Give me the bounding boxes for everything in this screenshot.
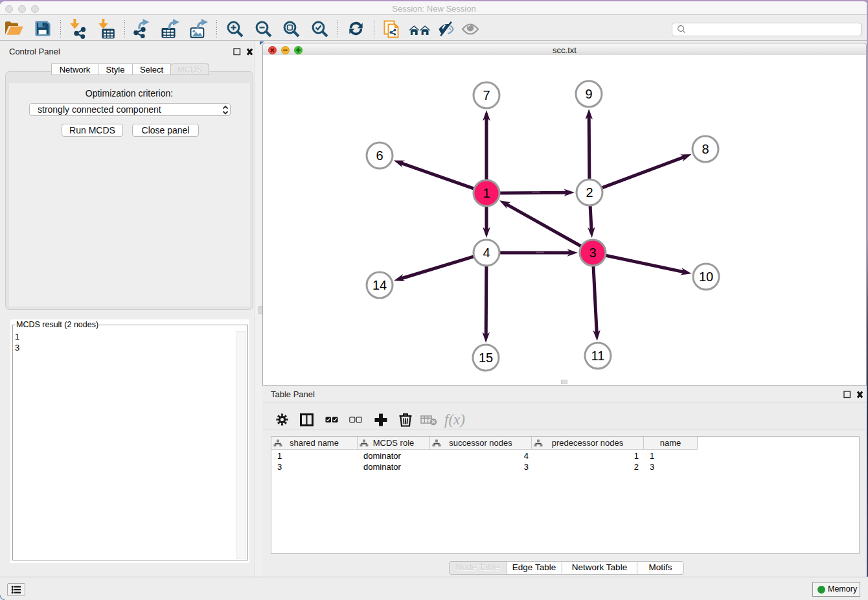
svg-text:6: 6	[376, 148, 383, 163]
svg-text:1: 1	[483, 186, 490, 200]
svg-text:7: 7	[483, 88, 490, 102]
svg-text:15: 15	[479, 351, 493, 365]
svg-text:3: 3	[589, 246, 596, 260]
svg-text:10: 10	[699, 270, 713, 284]
svg-text:2: 2	[586, 185, 593, 200]
svg-text:9: 9	[585, 87, 592, 101]
svg-text:14: 14	[372, 278, 387, 292]
svg-text:11: 11	[591, 349, 605, 363]
svg-text:8: 8	[702, 142, 709, 156]
svg-text:4: 4	[483, 246, 490, 260]
